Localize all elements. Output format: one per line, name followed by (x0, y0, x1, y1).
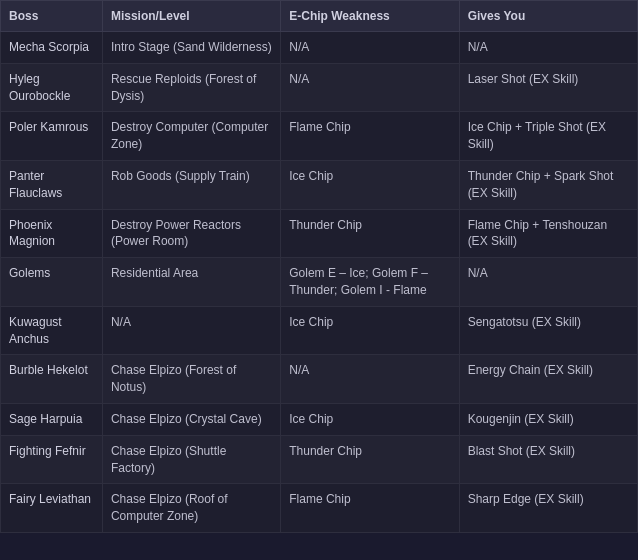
cell-gives: Ice Chip + Triple Shot (EX Skill) (459, 112, 637, 161)
cell-echip: Flame Chip (281, 484, 459, 533)
cell-boss: Fairy Leviathan (1, 484, 103, 533)
cell-echip: N/A (281, 355, 459, 404)
cell-echip: N/A (281, 32, 459, 64)
table-row: Phoenix MagnionDestroy Power Reactors (P… (1, 209, 638, 258)
header-mission: Mission/Level (102, 1, 280, 32)
cell-gives: Thunder Chip + Spark Shot (EX Skill) (459, 160, 637, 209)
table-header-row: Boss Mission/Level E-Chip Weakness Gives… (1, 1, 638, 32)
table-wrapper: Boss Mission/Level E-Chip Weakness Gives… (0, 0, 638, 533)
cell-echip: Ice Chip (281, 306, 459, 355)
cell-echip: N/A (281, 63, 459, 112)
cell-gives: Flame Chip + Tenshouzan (EX Skill) (459, 209, 637, 258)
table-row: GolemsResidential AreaGolem E – Ice; Gol… (1, 258, 638, 307)
header-echip: E-Chip Weakness (281, 1, 459, 32)
cell-echip: Flame Chip (281, 112, 459, 161)
cell-echip: Thunder Chip (281, 435, 459, 484)
cell-mission: Destroy Power Reactors (Power Room) (102, 209, 280, 258)
cell-mission: Residential Area (102, 258, 280, 307)
cell-gives: Kougenjin (EX Skill) (459, 403, 637, 435)
table-row: Fighting FefnirChase Elpizo (Shuttle Fac… (1, 435, 638, 484)
table-row: Sage HarpuiaChase Elpizo (Crystal Cave)I… (1, 403, 638, 435)
cell-mission: Chase Elpizo (Crystal Cave) (102, 403, 280, 435)
table-row: Panter FlauclawsRob Goods (Supply Train)… (1, 160, 638, 209)
cell-boss: Golems (1, 258, 103, 307)
cell-mission: Chase Elpizo (Roof of Computer Zone) (102, 484, 280, 533)
table-row: Mecha ScorpiaIntro Stage (Sand Wildernes… (1, 32, 638, 64)
cell-mission: Chase Elpizo (Shuttle Factory) (102, 435, 280, 484)
header-boss: Boss (1, 1, 103, 32)
cell-echip: Thunder Chip (281, 209, 459, 258)
cell-mission: Rescue Reploids (Forest of Dysis) (102, 63, 280, 112)
cell-gives: Sengatotsu (EX Skill) (459, 306, 637, 355)
cell-gives: Sharp Edge (EX Skill) (459, 484, 637, 533)
cell-mission: Intro Stage (Sand Wilderness) (102, 32, 280, 64)
header-gives: Gives You (459, 1, 637, 32)
table-row: Fairy LeviathanChase Elpizo (Roof of Com… (1, 484, 638, 533)
cell-gives: Laser Shot (EX Skill) (459, 63, 637, 112)
table-row: Kuwagust AnchusN/AIce ChipSengatotsu (EX… (1, 306, 638, 355)
cell-echip: Ice Chip (281, 403, 459, 435)
cell-boss: Kuwagust Anchus (1, 306, 103, 355)
cell-boss: Sage Harpuia (1, 403, 103, 435)
cell-mission: N/A (102, 306, 280, 355)
cell-mission: Chase Elpizo (Forest of Notus) (102, 355, 280, 404)
cell-mission: Rob Goods (Supply Train) (102, 160, 280, 209)
cell-boss: Burble Hekelot (1, 355, 103, 404)
cell-mission: Destroy Computer (Computer Zone) (102, 112, 280, 161)
cell-echip: Golem E – Ice; Golem F – Thunder; Golem … (281, 258, 459, 307)
cell-boss: Mecha Scorpia (1, 32, 103, 64)
cell-boss: Panter Flauclaws (1, 160, 103, 209)
cell-echip: Ice Chip (281, 160, 459, 209)
cell-gives: Blast Shot (EX Skill) (459, 435, 637, 484)
cell-boss: Hyleg Ourobockle (1, 63, 103, 112)
cell-boss: Phoenix Magnion (1, 209, 103, 258)
cell-boss: Poler Kamrous (1, 112, 103, 161)
cell-gives: Energy Chain (EX Skill) (459, 355, 637, 404)
cell-gives: N/A (459, 32, 637, 64)
table-row: Hyleg OurobockleRescue Reploids (Forest … (1, 63, 638, 112)
boss-table: Boss Mission/Level E-Chip Weakness Gives… (0, 0, 638, 533)
table-row: Poler KamrousDestroy Computer (Computer … (1, 112, 638, 161)
cell-boss: Fighting Fefnir (1, 435, 103, 484)
table-row: Burble HekelotChase Elpizo (Forest of No… (1, 355, 638, 404)
cell-gives: N/A (459, 258, 637, 307)
